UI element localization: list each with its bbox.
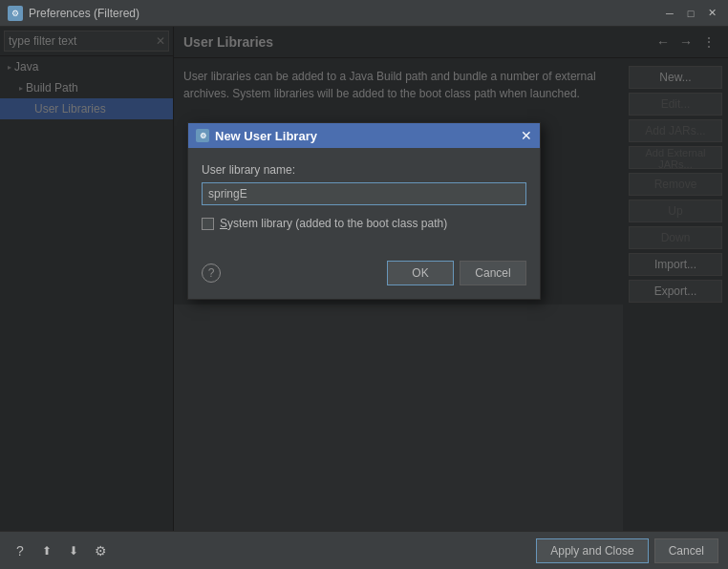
- window-title: Preferences (Filtered): [29, 7, 661, 20]
- maximize-button[interactable]: □: [682, 5, 699, 22]
- bottom-bar: ? ⬆ ⬇ ⚙ Apply and Close Cancel: [0, 531, 728, 569]
- bottom-right: Apply and Close Cancel: [536, 538, 718, 563]
- library-name-input[interactable]: [202, 182, 526, 205]
- modal-cancel-button[interactable]: Cancel: [460, 261, 526, 285]
- modal-body: User library name: System library (added…: [188, 148, 540, 261]
- app-icon: ⚙: [8, 6, 23, 21]
- minimize-button[interactable]: ─: [661, 5, 678, 22]
- library-name-label: User library name:: [202, 163, 526, 177]
- restore-defaults-button[interactable]: ⬆: [36, 540, 57, 561]
- modal-overlay: ⚙ New User Library ✕ User library name: …: [0, 27, 728, 531]
- modal-help-button[interactable]: ?: [202, 263, 221, 283]
- close-window-button[interactable]: ✕: [703, 5, 720, 22]
- apply-button-icon[interactable]: ⬇: [63, 540, 84, 561]
- system-library-checkbox[interactable]: [202, 218, 214, 230]
- system-library-label: System library (added to the boot class …: [220, 217, 447, 230]
- bottom-left: ? ⬆ ⬇ ⚙: [10, 540, 536, 561]
- cancel-button[interactable]: Cancel: [654, 538, 718, 563]
- modal-close-button[interactable]: ✕: [521, 129, 532, 142]
- help-icon-button[interactable]: ?: [10, 540, 31, 561]
- modal-title: New User Library: [215, 129, 317, 143]
- settings-icon-button[interactable]: ⚙: [90, 540, 111, 561]
- modal-title-bar: ⚙ New User Library ✕: [188, 123, 540, 148]
- apply-close-button[interactable]: Apply and Close: [536, 538, 648, 563]
- window-controls: ─ □ ✕: [661, 5, 720, 22]
- system-library-row: System library (added to the boot class …: [202, 217, 526, 230]
- modal-ok-button[interactable]: OK: [387, 261, 454, 285]
- title-bar: ⚙ Preferences (Filtered) ─ □ ✕: [0, 0, 728, 27]
- modal-icon: ⚙: [196, 129, 209, 142]
- modal-footer-buttons: OK Cancel: [387, 261, 526, 285]
- new-user-library-dialog: ⚙ New User Library ✕ User library name: …: [187, 122, 541, 300]
- modal-footer: ? OK Cancel: [188, 261, 540, 299]
